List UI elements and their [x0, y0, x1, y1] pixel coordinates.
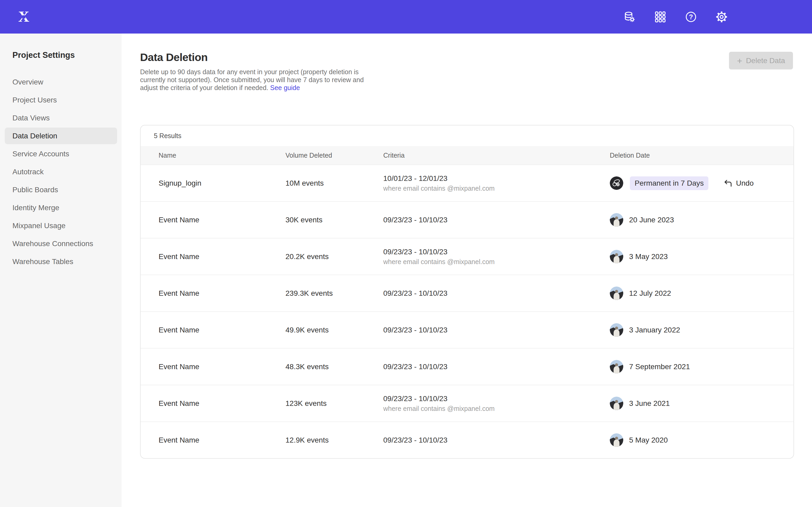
row-deletion-date: 20 June 2023: [610, 213, 794, 227]
row-event-name: Event Name: [141, 252, 286, 261]
sidebar-item-label: Overview: [12, 78, 43, 87]
person-avatar: [610, 213, 623, 227]
row-criteria-filter: where email contains @mixpanel.com: [383, 184, 610, 192]
sidebar-item-data-deletion[interactable]: Data Deletion: [5, 127, 117, 144]
sidebar-item-label: Data Views: [12, 114, 50, 122]
delete-data-button[interactable]: + Delete Data: [729, 52, 793, 69]
help-icon[interactable]: ?: [684, 11, 697, 23]
data-management-icon[interactable]: [623, 11, 636, 23]
row-volume-deleted: 49.9K events: [286, 326, 383, 334]
row-criteria-range: 09/23/23 - 10/10/23: [383, 362, 610, 371]
mixpanel-logo-icon[interactable]: X: [15, 8, 32, 25]
row-volume-deleted: 12.9K events: [286, 436, 383, 444]
sidebar-item-data-views[interactable]: Data Views: [5, 110, 117, 126]
column-header-name: Name: [141, 152, 286, 159]
row-event-name: Event Name: [141, 362, 286, 371]
deletion-date-text: 5 May 2020: [629, 436, 668, 444]
undo-button[interactable]: Undo: [723, 178, 754, 188]
column-header-volume: Volume Deleted: [286, 152, 383, 159]
sidebar-item-label: Project Users: [12, 96, 57, 104]
sidebar-item-label: Warehouse Connections: [12, 239, 93, 248]
row-criteria: 09/23/23 - 10/10/23: [383, 216, 610, 224]
sidebar-item-label: Autotrack: [12, 168, 44, 176]
row-criteria-filter: where email contains @mixpanel.com: [383, 405, 610, 412]
undo-label: Undo: [736, 179, 754, 187]
row-event-name: Event Name: [141, 289, 286, 298]
plus-icon: +: [737, 56, 742, 65]
row-criteria-range: 09/23/23 - 10/10/23: [383, 216, 610, 224]
status-badge: Permanent in 7 Days: [630, 176, 708, 190]
deletion-table-card: 5 Results Name Volume Deleted Criteria D…: [140, 125, 794, 459]
column-header-deletion-date: Deletion Date: [610, 152, 794, 159]
sidebar-item-identity-merge[interactable]: Identity Merge: [5, 200, 117, 216]
row-criteria-range: 10/01/23 - 12/01/23: [383, 174, 610, 183]
row-deletion-date: 3 June 2021: [610, 397, 794, 410]
table-row: Event Name 49.9K events 09/23/23 - 10/10…: [141, 311, 794, 348]
sidebar-item-overview[interactable]: Overview: [5, 74, 117, 90]
row-deletion-date: 3 May 2023: [610, 250, 794, 263]
person-avatar: [610, 397, 623, 410]
row-volume-deleted: 123K events: [286, 399, 383, 408]
sidebar-item-label: Data Deletion: [12, 132, 57, 140]
row-deletion-date: 7 September 2021: [610, 360, 794, 374]
person-avatar: [610, 250, 623, 263]
settings-icon[interactable]: [715, 11, 728, 23]
sidebar-item-label: Public Boards: [12, 186, 58, 194]
table-header-row: Name Volume Deleted Criteria Deletion Da…: [141, 146, 794, 165]
row-volume-deleted: 239.3K events: [286, 289, 383, 298]
table-row: Event Name 123K events 09/23/23 - 10/10/…: [141, 385, 794, 421]
sidebar-item-service-accounts[interactable]: Service Accounts: [5, 146, 117, 162]
row-criteria: 09/23/23 - 10/10/23: [383, 326, 610, 334]
sidebar-item-warehouse-connections[interactable]: Warehouse Connections: [5, 235, 117, 252]
sidebar-item-label: Mixpanel Usage: [12, 222, 65, 230]
moth-avatar: [610, 176, 623, 190]
row-volume-deleted: 48.3K events: [286, 362, 383, 371]
row-event-name: Signup_login: [141, 179, 286, 187]
table-row: Event Name 239.3K events 09/23/23 - 10/1…: [141, 275, 794, 311]
person-avatar: [610, 433, 623, 447]
sidebar-item-autotrack[interactable]: Autotrack: [5, 163, 117, 180]
row-deletion-date: 12 July 2022: [610, 286, 794, 300]
row-criteria-range: 09/23/23 - 10/10/23: [383, 395, 610, 403]
sidebar-item-project-users[interactable]: Project Users: [5, 92, 117, 108]
row-event-name: Event Name: [141, 399, 286, 408]
row-criteria-range: 09/23/23 - 10/10/23: [383, 436, 610, 444]
row-criteria-filter: where email contains @mixpanel.com: [383, 258, 610, 266]
column-header-criteria: Criteria: [383, 152, 610, 159]
row-criteria-range: 09/23/23 - 10/10/23: [383, 289, 610, 298]
see-guide-link[interactable]: See guide: [270, 84, 300, 91]
row-criteria: 09/23/23 - 10/10/23: [383, 436, 610, 444]
deletion-date-text: 20 June 2023: [629, 216, 674, 224]
row-criteria-range: 09/23/23 - 10/10/23: [383, 326, 610, 334]
main-content: Data Deletion Delete up to 90 days data …: [121, 34, 812, 507]
table-row: Event Name 48.3K events 09/23/23 - 10/10…: [141, 348, 794, 385]
results-count: 5 Results: [141, 125, 794, 146]
row-deletion-date: 3 January 2022: [610, 323, 794, 337]
deletion-date-text: 12 July 2022: [629, 289, 671, 298]
row-volume-deleted: 10M events: [286, 179, 383, 187]
person-avatar: [610, 286, 623, 300]
sidebar-item-warehouse-tables[interactable]: Warehouse Tables: [5, 253, 117, 270]
table-row: Event Name 30K events 09/23/23 - 10/10/2…: [141, 201, 794, 238]
apps-grid-icon[interactable]: [654, 11, 667, 23]
table-row: Signup_login 10M events 10/01/23 - 12/01…: [141, 165, 794, 201]
sidebar-item-mixpanel-usage[interactable]: Mixpanel Usage: [5, 217, 117, 234]
row-criteria: 09/23/23 - 10/10/23: [383, 289, 610, 298]
sidebar-item-label: Service Accounts: [12, 150, 69, 158]
row-event-name: Event Name: [141, 436, 286, 444]
table-row: Event Name 12.9K events 09/23/23 - 10/10…: [141, 421, 794, 458]
sidebar: Project Settings Overview Project Users …: [0, 34, 121, 507]
deletion-date-text: 3 January 2022: [629, 326, 680, 334]
page-description-text: Delete up to 90 days data for any event …: [140, 68, 364, 91]
row-criteria: 09/23/23 - 10/10/23: [383, 362, 610, 371]
table-body: Signup_login 10M events 10/01/23 - 12/01…: [141, 165, 794, 458]
sidebar-title: Project Settings: [12, 50, 121, 60]
row-deletion-date: 5 May 2020: [610, 433, 794, 447]
deletion-date-text: 7 September 2021: [629, 362, 690, 371]
row-criteria: 09/23/23 - 10/10/23 where email contains…: [383, 395, 610, 412]
topbar: X: [0, 0, 812, 34]
sidebar-item-public-boards[interactable]: Public Boards: [5, 181, 117, 198]
row-volume-deleted: 20.2K events: [286, 252, 383, 261]
row-criteria: 10/01/23 - 12/01/23 where email contains…: [383, 174, 610, 192]
row-criteria-range: 09/23/23 - 10/10/23: [383, 248, 610, 256]
